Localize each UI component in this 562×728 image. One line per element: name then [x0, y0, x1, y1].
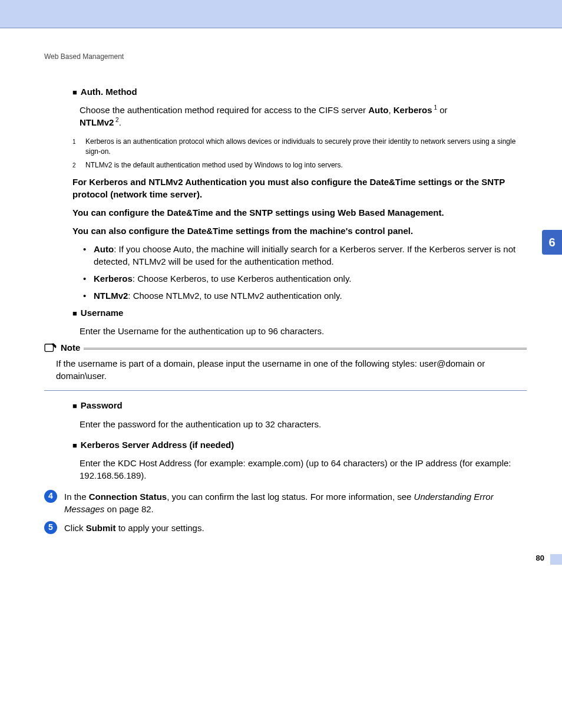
- footnote-ref-2: 2: [114, 117, 118, 123]
- step-number-icon: 4: [44, 490, 57, 503]
- text: or: [437, 105, 448, 115]
- footnote-num: 2: [72, 160, 85, 170]
- footnote-num: 1: [72, 137, 85, 157]
- text: Kerberos: [394, 105, 432, 115]
- text: Choose the authentication method require…: [80, 105, 368, 115]
- svg-rect-0: [45, 344, 53, 352]
- footnote-1: 1 Kerberos is an authentication protocol…: [72, 137, 521, 157]
- text: Connection Status: [89, 492, 167, 502]
- bullet-icon: •: [83, 272, 94, 285]
- bullet-text: NTLMv2: Choose NTLMv2, to use NTLMv2 aut…: [94, 289, 342, 302]
- text: : Choose Kerberos, to use Kerberos authe…: [133, 274, 352, 284]
- username-text: Enter the Username for the authenticatio…: [80, 325, 521, 337]
- text: Kerberos: [94, 274, 133, 284]
- bold-para-3: You can also configure the Date&Time set…: [72, 225, 521, 237]
- square-bullet-icon: ■: [72, 308, 77, 319]
- text: In the: [64, 492, 89, 502]
- auth-method-heading: ■Auth. Method: [72, 85, 527, 98]
- note-title: Note: [61, 341, 80, 354]
- chapter-tab: 6: [542, 230, 562, 255]
- bold-para-1: For Kerberos and NTLMv2 Authentication y…: [72, 176, 521, 200]
- text: Submit: [86, 523, 116, 533]
- square-bullet-icon: ■: [72, 401, 77, 411]
- ksa-heading: ■Kerberos Server Address (if needed): [72, 439, 527, 451]
- text: .: [119, 117, 121, 127]
- text: Auto: [94, 244, 114, 254]
- text: NTLMv2: [80, 117, 114, 127]
- bullet-icon: •: [83, 243, 94, 268]
- step-4-body: In the Connection Status, you can confir…: [64, 490, 521, 515]
- ksa-text: Enter the KDC Host Address (for example:…: [80, 457, 521, 482]
- top-bar: [0, 0, 562, 28]
- note-heading: Note: [44, 341, 84, 354]
- step-4: 4 In the Connection Status, you can conf…: [44, 490, 521, 515]
- bullet-auto: • Auto: If you choose Auto, the machine …: [83, 243, 521, 268]
- password-text: Enter the password for the authenticatio…: [80, 418, 521, 430]
- step-number-icon: 5: [44, 521, 57, 534]
- running-head: Web Based Management: [44, 52, 527, 62]
- square-bullet-icon: ■: [72, 440, 77, 451]
- username-heading: ■Username: [72, 307, 527, 319]
- text: Click: [64, 523, 86, 533]
- text: NTLMv2: [94, 291, 128, 301]
- page-content: Web Based Management ■Auth. Method Choos…: [0, 28, 562, 575]
- text: ,: [388, 105, 393, 115]
- page-number: 80: [536, 553, 544, 564]
- bold-para-2: You can configure the Date&Time and the …: [72, 206, 521, 219]
- text: Auto: [368, 105, 388, 115]
- password-title: Password: [81, 400, 123, 410]
- bullet-text: Auto: If you choose Auto, the machine wi…: [94, 243, 521, 268]
- text: to apply your settings.: [116, 523, 204, 533]
- ksa-title: Kerberos Server Address: [81, 440, 187, 450]
- note-block: Note If the username is part of a domain…: [44, 348, 527, 391]
- note-icon: [44, 342, 57, 353]
- auth-method-title: Auth. Method: [81, 87, 137, 97]
- footnote-text: Kerberos is an authentication protocol w…: [85, 137, 521, 157]
- bullet-text: Kerberos: Choose Kerberos, to use Kerber…: [94, 272, 351, 285]
- password-heading: ■Password: [72, 399, 527, 411]
- bullet-icon: •: [83, 289, 94, 302]
- username-title: Username: [81, 308, 124, 318]
- square-bullet-icon: ■: [72, 87, 77, 98]
- ksa-suffix: (if needed): [187, 440, 234, 450]
- bullet-ntlmv2: • NTLMv2: Choose NTLMv2, to use NTLMv2 a…: [83, 289, 521, 302]
- note-text: If the username is part of a domain, ple…: [56, 357, 521, 382]
- text: , you can confirm the last log status. F…: [167, 492, 414, 502]
- note-rule: [84, 349, 527, 350]
- text: on page 82.: [104, 504, 153, 514]
- footnote-ref-1: 1: [432, 104, 437, 111]
- step-5-body: Click Submit to apply your settings.: [64, 521, 521, 534]
- page-number-bar: [550, 554, 562, 565]
- text: : If you choose Auto, the machine will i…: [94, 244, 515, 266]
- step-5: 5 Click Submit to apply your settings.: [44, 521, 521, 534]
- footnote-text: NTLMv2 is the default authentication met…: [85, 160, 521, 170]
- auth-method-intro: Choose the authentication method require…: [80, 104, 521, 129]
- bullet-kerberos: • Kerberos: Choose Kerberos, to use Kerb…: [83, 272, 521, 285]
- text: : Choose NTLMv2, to use NTLMv2 authentic…: [128, 291, 342, 301]
- footnote-2: 2 NTLMv2 is the default authentication m…: [72, 160, 521, 170]
